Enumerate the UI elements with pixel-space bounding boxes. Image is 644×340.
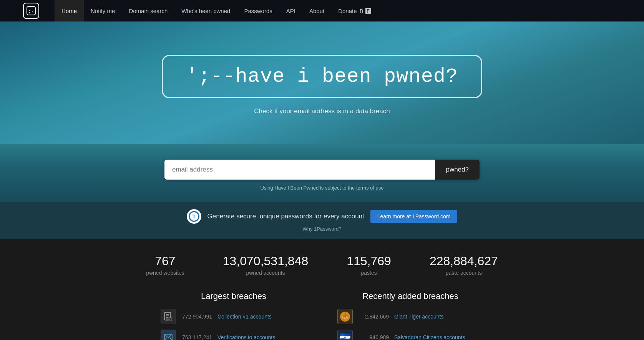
- collection1-link[interactable]: Collection #1 accounts: [217, 314, 272, 320]
- recent-breaches-col: Recently added breaches 🐯 2,842,669 Gian…: [337, 291, 483, 340]
- stat-pwned-accounts-number: 13,070,531,848: [223, 254, 308, 268]
- svg-line-10: [164, 338, 167, 340]
- onepassword-icon: 1: [187, 209, 201, 224]
- hero-section: ';--have i been pwned? Check if your ema…: [0, 21, 644, 144]
- salvadoran-count: 946,989: [358, 334, 389, 340]
- verifications-count: 763,117,241: [181, 334, 212, 340]
- onepassword-inner-icon: 1: [189, 211, 199, 222]
- nav-api[interactable]: API: [279, 0, 302, 21]
- breaches-section: Largest breaches 772,904,991 Collection …: [0, 287, 644, 340]
- onepassword-text: Generate secure, unique passwords for ev…: [207, 213, 364, 220]
- terms-text: Using Have I Been Pwned is subject to th…: [261, 185, 384, 191]
- nav-items: Home Notify me Domain search Who's been …: [55, 0, 378, 21]
- stat-pastes-label: pastes: [347, 270, 391, 276]
- site-logo[interactable]: ;-: [23, 3, 39, 19]
- email-input[interactable]: [164, 160, 435, 180]
- svg-text:;-: ;-: [28, 8, 34, 14]
- giant-tiger-count: 2,842,669: [358, 314, 389, 320]
- giant-tiger-icon: 🐯: [337, 309, 353, 324]
- stat-paste-accounts-label: paste accounts: [430, 270, 498, 276]
- pwned-button[interactable]: pwned?: [435, 160, 480, 180]
- verifications-link[interactable]: Verifications.io accounts: [217, 334, 275, 340]
- paypal-icon: 🅿: [365, 8, 371, 14]
- stats-section: 767 pwned websites 13,070,531,848 pwned …: [0, 239, 644, 287]
- terms-link[interactable]: terms of use: [356, 185, 384, 191]
- svg-rect-6: [166, 318, 172, 321]
- largest-breaches-title: Largest breaches: [161, 291, 307, 301]
- stat-pwned-websites-label: pwned websites: [146, 270, 184, 276]
- stat-pwned-websites: 767 pwned websites: [146, 254, 184, 276]
- hero-title-box: ';--have i been pwned?: [162, 55, 483, 98]
- hero-subtitle: Check if your email address is in a data…: [254, 107, 390, 115]
- recent-breaches-title: Recently added breaches: [337, 291, 483, 301]
- breach-item-salvadoran: 🇸🇻 946,989 Salvadoran Citizens accounts: [337, 330, 483, 340]
- salvadoran-icon: 🇸🇻: [337, 330, 353, 340]
- nav-notify[interactable]: Notify me: [84, 0, 122, 21]
- stat-paste-accounts: 228,884,627 paste accounts: [430, 254, 498, 276]
- salvadoran-link[interactable]: Salvadoran Citizens accounts: [394, 334, 465, 340]
- onepassword-row: 1 Generate secure, unique passwords for …: [187, 209, 458, 224]
- hero-title: ';--have i been pwned?: [186, 65, 458, 88]
- svg-line-11: [170, 338, 172, 340]
- breach-item-verifications: 763,117,241 Verifications.io accounts: [161, 330, 307, 340]
- stat-pwned-accounts-label: pwned accounts: [223, 270, 308, 276]
- svg-text:🐯: 🐯: [342, 314, 349, 320]
- stat-pastes: 115,769 pastes: [347, 254, 391, 276]
- stat-pwned-accounts: 13,070,531,848 pwned accounts: [223, 254, 308, 276]
- search-section: pwned? Using Have I Been Pwned is subjec…: [0, 144, 644, 202]
- stat-pwned-websites-number: 767: [146, 254, 184, 268]
- breach-item-giant-tiger: 🐯 2,842,669 Giant Tiger accounts: [337, 309, 483, 324]
- collection1-count: 772,904,991: [181, 314, 212, 320]
- giant-tiger-link[interactable]: Giant Tiger accounts: [394, 314, 443, 320]
- search-bar: pwned?: [164, 160, 480, 180]
- nav-whos-been-pwned[interactable]: Who's been pwned: [174, 0, 237, 21]
- nav-about[interactable]: About: [302, 0, 331, 21]
- largest-breaches-col: Largest breaches 772,904,991 Collection …: [161, 291, 307, 340]
- verifications-icon: [161, 330, 176, 340]
- navbar: ;- Home Notify me Domain search Who's be…: [0, 0, 644, 21]
- nav-domain-search[interactable]: Domain search: [122, 0, 174, 21]
- onepassword-why-link[interactable]: Why 1Password?: [302, 226, 341, 232]
- nav-passwords[interactable]: Passwords: [237, 0, 279, 21]
- breach-item-collection1: 772,904,991 Collection #1 accounts: [161, 309, 307, 324]
- nav-donate[interactable]: Donate ₿ 🅿: [331, 0, 378, 21]
- bitcoin-icon: ₿: [360, 8, 363, 14]
- collection1-icon: [161, 309, 176, 324]
- stat-paste-accounts-number: 228,884,627: [430, 254, 498, 268]
- stat-pastes-number: 115,769: [347, 254, 391, 268]
- nav-home[interactable]: Home: [55, 0, 84, 21]
- onepassword-button[interactable]: Learn more at 1Password.com: [370, 210, 458, 223]
- onepassword-banner: 1 Generate secure, unique passwords for …: [0, 202, 644, 239]
